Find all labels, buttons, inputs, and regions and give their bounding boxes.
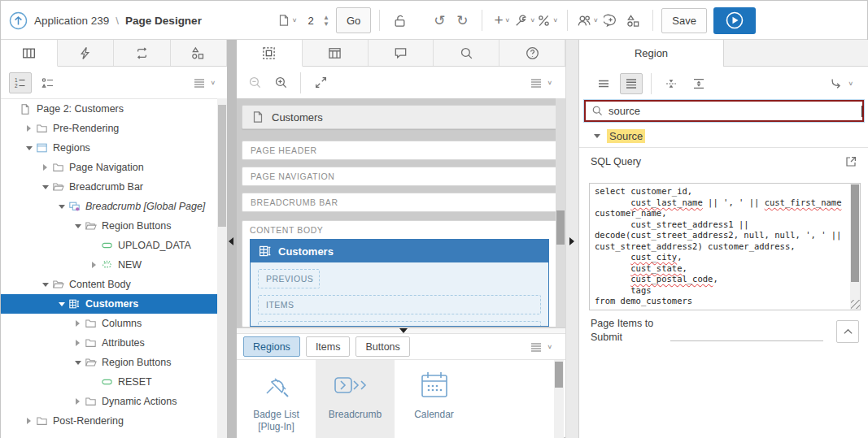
tab-region[interactable]: Region: [579, 40, 724, 67]
lock-icon[interactable]: [388, 7, 411, 33]
tab-messages[interactable]: [369, 40, 434, 66]
tree-disclosure-collapsed[interactable]: [72, 398, 83, 405]
tree-disclosure-expanded[interactable]: [72, 224, 83, 228]
placeholder-items[interactable]: ITEMS: [258, 295, 541, 314]
open-code-editor-icon[interactable]: [844, 155, 857, 168]
collapse-gallery-handle[interactable]: [399, 328, 408, 333]
breadcrumb-application[interactable]: Application 239: [34, 15, 109, 27]
tab-page-search[interactable]: [434, 40, 499, 66]
back-to-app-icon[interactable]: [9, 11, 28, 30]
page-select-button[interactable]: ∨: [276, 7, 299, 33]
tree-item-breadcrumb-global-page-[interactable]: Breadcrumb [Global Page]: [1, 197, 227, 216]
placeholder-previous[interactable]: PREVIOUS: [258, 269, 320, 288]
gallery-item-calendar[interactable]: Calendar: [395, 360, 473, 438]
gallery-item-badge-list-plug-in-[interactable]: Badge List [Plug-In]: [237, 360, 316, 438]
tree-item-reset[interactable]: RESET: [1, 372, 227, 392]
redo-icon[interactable]: ↻: [451, 7, 473, 33]
tree-disclosure-collapsed[interactable]: [72, 320, 83, 327]
tree-item-regions[interactable]: Regions: [1, 138, 227, 158]
placeholder-next[interactable]: [258, 321, 541, 326]
collapse-field-button[interactable]: [836, 320, 859, 343]
tab-shared-components[interactable]: [171, 40, 228, 66]
zoom-in-icon[interactable]: [269, 72, 292, 93]
source-section-header[interactable]: Source: [579, 124, 868, 148]
add-comment-icon[interactable]: [599, 7, 622, 33]
right-splitter[interactable]: [565, 40, 578, 438]
tree-item-region-buttons[interactable]: Region Buttons: [1, 216, 227, 236]
tree-disclosure-expanded[interactable]: [56, 205, 67, 209]
zoom-out-icon[interactable]: [243, 72, 266, 93]
tab-layout[interactable]: [237, 40, 303, 67]
show-common-button[interactable]: [592, 73, 615, 94]
slot-page-header[interactable]: PAGE HEADER: [242, 141, 557, 160]
tree-disclosure-collapsed[interactable]: [72, 340, 83, 346]
gallery-tab-regions[interactable]: Regions: [243, 336, 300, 357]
gallery-scrollbar[interactable]: [554, 360, 564, 438]
left-panel-menu-button[interactable]: ∨: [193, 76, 216, 89]
page-number-stepper[interactable]: ▲▼: [323, 15, 329, 27]
tree-item-breadcrumb-bar[interactable]: Breadcrumb Bar: [1, 177, 227, 197]
tree-disclosure-expanded[interactable]: [72, 361, 83, 365]
tree-item-dynamic-actions[interactable]: Dynamic Actions: [1, 392, 227, 411]
page-title-bar[interactable]: Customers: [242, 105, 557, 129]
canvas-scrollbar[interactable]: [556, 98, 565, 327]
gallery-tab-items[interactable]: Items: [306, 336, 351, 357]
tree-disclosure-expanded[interactable]: [40, 283, 50, 287]
tree-item-page-2-customers[interactable]: Page 2: Customers: [1, 99, 227, 119]
tree-item-region-buttons[interactable]: Region Buttons: [1, 353, 227, 372]
collapse-all-icon[interactable]: [660, 73, 683, 94]
customers-region-header[interactable]: Customers: [251, 240, 548, 262]
tree-item-page-navigation[interactable]: Page Navigation: [1, 158, 227, 177]
tree-item-new[interactable]: NEW: [1, 255, 227, 275]
tree-order-view-button[interactable]: 12: [9, 72, 32, 93]
left-splitter[interactable]: [227, 40, 237, 438]
shared-components-icon[interactable]: [622, 7, 644, 33]
tree-item-upload-data[interactable]: UPLOAD_DATA: [1, 236, 227, 255]
tree-group-view-button[interactable]: [37, 72, 59, 93]
go-button[interactable]: Go: [336, 7, 371, 33]
tree-disclosure-expanded[interactable]: [24, 146, 34, 150]
tree-item-attributes[interactable]: Attributes: [1, 333, 227, 353]
page-number-input[interactable]: [299, 10, 323, 31]
gallery-tab-buttons[interactable]: Buttons: [355, 336, 409, 357]
tab-processing[interactable]: [114, 40, 171, 66]
tree-scrollbar[interactable]: [217, 98, 227, 438]
settings-menu-button[interactable]: ∨: [536, 7, 559, 33]
tree-disclosure-collapsed[interactable]: [89, 262, 99, 268]
property-search-input[interactable]: [608, 105, 860, 117]
page-items-to-submit-input[interactable]: [670, 320, 823, 341]
tree-item-content-body[interactable]: Content Body: [1, 275, 227, 294]
show-all-button[interactable]: [620, 73, 643, 94]
gallery-item-breadcrumb[interactable]: Breadcrumb: [316, 360, 395, 438]
tree-disclosure-expanded[interactable]: [56, 302, 67, 306]
goto-menu-button[interactable]: ∨: [830, 76, 853, 90]
tree-item-pre-rendering[interactable]: Pre-Rendering: [1, 119, 227, 138]
tree-item-columns[interactable]: Columns: [1, 314, 227, 333]
tree-disclosure-expanded[interactable]: [40, 185, 50, 189]
undo-icon[interactable]: ↺: [428, 7, 451, 33]
tree-disclosure-collapsed[interactable]: [24, 125, 34, 132]
collapse-left-panel-handle[interactable]: [229, 237, 233, 245]
tree-item-post-rendering[interactable]: Post-Rendering: [1, 411, 227, 431]
team-dev-menu-button[interactable]: ∨: [576, 7, 599, 33]
expand-layout-icon[interactable]: [309, 72, 332, 93]
tree-item-customers[interactable]: Customers: [1, 294, 227, 314]
code-scrollbar[interactable]: [850, 184, 860, 310]
code-resize-handle[interactable]: [851, 300, 860, 309]
sql-query-editor[interactable]: select customer_id, cust_last_name || ',…: [589, 183, 861, 310]
utilities-menu-button[interactable]: ∨: [513, 7, 536, 33]
tab-dynamic-actions[interactable]: [58, 40, 115, 66]
expand-all-icon[interactable]: [687, 73, 710, 94]
tab-page-shared-components[interactable]: [303, 40, 369, 66]
tree-disclosure-collapsed[interactable]: [24, 418, 34, 424]
slot-page-navigation[interactable]: PAGE NAVIGATION: [242, 167, 557, 186]
tree-disclosure-collapsed[interactable]: [40, 164, 50, 171]
collapse-right-panel-handle[interactable]: [569, 237, 574, 245]
slot-breadcrumb-bar[interactable]: BREADCRUMB BAR: [242, 193, 557, 212]
tab-help[interactable]: [499, 40, 565, 66]
save-button[interactable]: Save: [661, 8, 707, 33]
create-menu-button[interactable]: +∨: [491, 7, 513, 33]
layout-menu-button[interactable]: ∨: [530, 76, 552, 89]
gallery-splitter[interactable]: [237, 327, 565, 334]
tab-rendering[interactable]: [1, 40, 58, 67]
